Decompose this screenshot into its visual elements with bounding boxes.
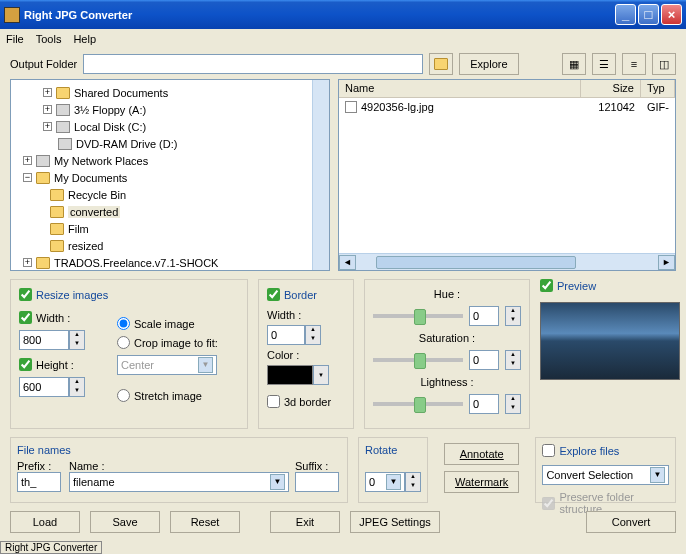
width-spinner[interactable]: ▲▼ <box>69 330 85 350</box>
prefix-input[interactable] <box>17 472 61 492</box>
resize-checkbox[interactable] <box>19 288 32 301</box>
scale-radio[interactable] <box>117 317 130 330</box>
folder-icon <box>36 155 50 167</box>
tree-item[interactable]: +My Network Places <box>13 152 327 169</box>
view-details-button[interactable]: ≡ <box>622 53 646 75</box>
tree-scrollbar[interactable] <box>312 80 329 270</box>
expand-icon[interactable]: + <box>43 122 52 131</box>
folder-icon <box>50 206 64 218</box>
height-spinner[interactable]: ▲▼ <box>69 377 85 397</box>
close-button[interactable]: × <box>661 4 682 25</box>
hsl-group: Hue : ▲▼ Saturation : ▲▼ Lightness : ▲▼ <box>364 279 530 429</box>
col-type[interactable]: Typ <box>641 80 675 97</box>
menu-help[interactable]: Help <box>73 33 96 45</box>
convert-selection-combo[interactable]: Convert Selection▼ <box>542 465 669 485</box>
file-name: 4920356-lg.jpg <box>361 101 434 113</box>
width-input[interactable] <box>19 330 69 350</box>
tree-item[interactable]: +TRADOS.Freelance.v7.1-SHOCK <box>13 254 327 271</box>
expand-icon[interactable]: + <box>23 156 32 165</box>
width-checkbox[interactable] <box>19 311 32 324</box>
tree-label: Shared Documents <box>74 87 168 99</box>
rotate-spinner[interactable]: ▲▼ <box>405 472 421 492</box>
lightness-input[interactable] <box>469 394 499 414</box>
expand-icon[interactable]: + <box>43 105 52 114</box>
tree-item[interactable]: resized <box>13 237 327 254</box>
view-list-button[interactable]: ☰ <box>592 53 616 75</box>
border-width-input[interactable] <box>267 325 305 345</box>
explore-files-checkbox[interactable] <box>542 444 555 457</box>
file-list[interactable]: Name Size Typ 4920356-lg.jpg 121042 GIF-… <box>338 79 676 271</box>
stretch-radio[interactable] <box>117 389 130 402</box>
file-header: Name Size Typ <box>339 80 675 98</box>
folder-tree[interactable]: +Shared Documents+3½ Floppy (A:)+Local D… <box>10 79 330 271</box>
crop-combo[interactable]: Center▼ <box>117 355 217 375</box>
save-button[interactable]: Save <box>90 511 160 533</box>
exit-button[interactable]: Exit <box>270 511 340 533</box>
saturation-spinner[interactable]: ▲▼ <box>505 350 521 370</box>
border-group: Border Width : ▲▼ Color : ▼ 3d border <box>258 279 354 429</box>
3d-border-checkbox[interactable] <box>267 395 280 408</box>
app-title: Right JPG Converter <box>24 9 132 21</box>
tree-item[interactable]: DVD-RAM Drive (D:) <box>13 135 327 152</box>
border-width-spinner[interactable]: ▲▼ <box>305 325 321 345</box>
folder-icon <box>56 87 70 99</box>
menubar: File Tools Help <box>0 29 686 49</box>
crop-radio[interactable] <box>117 336 130 349</box>
tree-item[interactable]: +Shared Documents <box>13 84 327 101</box>
hue-input[interactable] <box>469 306 499 326</box>
reset-button[interactable]: Reset <box>170 511 240 533</box>
height-checkbox[interactable] <box>19 358 32 371</box>
suffix-input[interactable] <box>295 472 339 492</box>
col-size[interactable]: Size <box>581 80 641 97</box>
tree-label: Film <box>68 223 89 235</box>
tree-item[interactable]: +3½ Floppy (A:) <box>13 101 327 118</box>
saturation-slider[interactable] <box>373 358 463 362</box>
tree-item[interactable]: Film <box>13 220 327 237</box>
expand-icon[interactable]: − <box>23 173 32 182</box>
watermark-button[interactable]: Watermark <box>444 471 519 493</box>
border-color-swatch[interactable] <box>267 365 313 385</box>
menu-file[interactable]: File <box>6 33 24 45</box>
border-checkbox[interactable] <box>267 288 280 301</box>
minimize-button[interactable]: _ <box>615 4 636 25</box>
border-color-dropdown[interactable]: ▼ <box>313 365 329 385</box>
name-combo[interactable]: filename▼ <box>69 472 289 492</box>
rotate-group: Rotate 0▼▲▼ <box>358 437 428 503</box>
expand-icon[interactable]: + <box>43 88 52 97</box>
col-name[interactable]: Name <box>339 80 581 97</box>
tree-item[interactable]: +Local Disk (C:) <box>13 118 327 135</box>
tree-item[interactable]: converted <box>13 203 327 220</box>
saturation-input[interactable] <box>469 350 499 370</box>
hue-slider[interactable] <box>373 314 463 318</box>
height-input[interactable] <box>19 377 69 397</box>
titlebar: Right JPG Converter _ □ × <box>0 0 686 29</box>
tree-label: Recycle Bin <box>68 189 126 201</box>
lightness-spinner[interactable]: ▲▼ <box>505 394 521 414</box>
jpeg-settings-button[interactable]: JPEG Settings <box>350 511 440 533</box>
view-thumbnails-button[interactable]: ◫ <box>652 53 676 75</box>
app-icon <box>4 7 20 23</box>
preview-checkbox[interactable] <box>540 279 553 292</box>
view-icons-button[interactable]: ▦ <box>562 53 586 75</box>
file-hscrollbar[interactable]: ◄► <box>339 253 675 270</box>
lightness-slider[interactable] <box>373 402 463 406</box>
menu-tools[interactable]: Tools <box>36 33 62 45</box>
file-row[interactable]: 4920356-lg.jpg 121042 GIF- <box>339 98 675 116</box>
explore-group: Explore files Convert Selection▼ Preserv… <box>535 437 676 503</box>
rotate-combo[interactable]: 0▼ <box>365 472 405 492</box>
annotate-button[interactable]: Annotate <box>444 443 519 465</box>
load-button[interactable]: Load <box>10 511 80 533</box>
output-folder-input[interactable] <box>83 54 423 74</box>
browse-folder-icon[interactable] <box>429 53 453 75</box>
tree-item[interactable]: −My Documents <box>13 169 327 186</box>
expand-icon[interactable]: + <box>23 258 32 267</box>
tree-label: DVD-RAM Drive (D:) <box>76 138 177 150</box>
folder-icon <box>50 240 64 252</box>
tree-item[interactable]: Recycle Bin <box>13 186 327 203</box>
convert-button[interactable]: Convert <box>586 511 676 533</box>
folder-icon <box>56 104 70 116</box>
taskbar-tooltip: Right JPG Converter <box>0 541 102 554</box>
explore-button[interactable]: Explore <box>459 53 518 75</box>
hue-spinner[interactable]: ▲▼ <box>505 306 521 326</box>
maximize-button[interactable]: □ <box>638 4 659 25</box>
